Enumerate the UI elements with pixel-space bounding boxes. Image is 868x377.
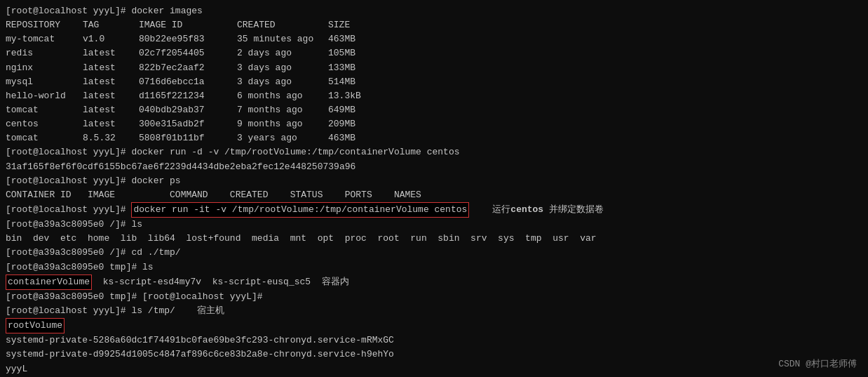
prompt: [root@localhost yyyL]# bbox=[6, 4, 131, 18]
table-row: tomcat8.5.325808f01b11bf3 years ago463MB bbox=[6, 131, 862, 145]
annotation-text: 运行centos 并绑定数据卷 bbox=[483, 203, 604, 217]
line-systemd-2: systemd-private-d99254d1005c4847af896c6c… bbox=[6, 348, 862, 362]
cmd: docker run -d -v /tmp/rootVolume:/tmp/co… bbox=[131, 145, 459, 159]
line-docker-run-d: [root@localhost yyyL]# docker run -d -v … bbox=[6, 145, 862, 159]
outer-prompt: [root@localhost yyyL]# bbox=[142, 290, 263, 304]
tag: latest bbox=[83, 117, 139, 131]
prompt: [root@localhost yyyL]# bbox=[6, 145, 131, 159]
prompt: [root@localhost yyyL]# bbox=[6, 304, 131, 318]
line-ls-tmp: [root@a39a3c8095e0 tmp]# ls bbox=[6, 260, 862, 275]
image-id: 040bdb29ab37 bbox=[139, 103, 237, 117]
prompt: [root@a39a3c8095e0 /]# bbox=[6, 218, 131, 232]
highlighted-cmd: docker run -it -v /tmp/rootVolume:/tmp/c… bbox=[131, 202, 469, 218]
size: 514MB bbox=[328, 75, 355, 89]
table-row: centoslatest300e315adb2f9 months ago209M… bbox=[6, 117, 862, 131]
prompt: [root@localhost yyyL]# bbox=[6, 203, 131, 217]
inner-prompt: [root@a39a3c8095e0 tmp]# bbox=[6, 290, 142, 304]
repo: mysql bbox=[6, 75, 83, 89]
col-header-tag: TAG bbox=[83, 18, 139, 32]
yyyl-text: yyyL bbox=[6, 362, 27, 376]
size: 649MB bbox=[328, 103, 355, 117]
container-hash: 31af165f8ef6f0cdf6155bc67ae6f2239d4434db… bbox=[6, 160, 355, 174]
prompt: [root@localhost yyyL]# bbox=[6, 174, 131, 188]
tag: v1.0 bbox=[83, 32, 139, 46]
size: 209MB bbox=[328, 117, 355, 131]
ps-header: CONTAINER ID IMAGE COMMAND CREATED STATU… bbox=[6, 188, 862, 202]
line-ls-output: bin dev etc home lib lib64 lost+found me… bbox=[6, 232, 862, 246]
repo: centos bbox=[6, 117, 83, 131]
line-ls-root: [root@a39a3c8095e0 /]# ls bbox=[6, 218, 862, 232]
created: 9 months ago bbox=[237, 117, 328, 131]
container-volume-highlighted: containerVolume bbox=[6, 275, 92, 290]
col-header-repo: REPOSITORY bbox=[6, 18, 83, 32]
created: 2 days ago bbox=[237, 46, 328, 60]
table-header: REPOSITORYTAGIMAGE IDCREATEDSIZE bbox=[6, 18, 862, 32]
image-id: 0716d6ebcc1a bbox=[139, 75, 237, 89]
systemd-line-1: systemd-private-5286a60dc1f74491bc0fae69… bbox=[6, 333, 394, 348]
tag: latest bbox=[83, 89, 139, 103]
created: 7 months ago bbox=[237, 103, 328, 117]
size: 13.3kB bbox=[328, 89, 361, 103]
watermark: CSDN @村口老师傅 bbox=[778, 357, 857, 370]
cmd: ls bbox=[131, 218, 142, 232]
col-header-created: CREATED bbox=[237, 18, 328, 32]
repo: hello-world bbox=[6, 89, 83, 103]
size: 463MB bbox=[328, 32, 355, 46]
tag: latest bbox=[83, 103, 139, 117]
image-id: 822b7ec2aaf2 bbox=[139, 61, 237, 75]
cmd: cd ./tmp/ bbox=[131, 246, 180, 260]
cmd: ls bbox=[142, 260, 154, 275]
image-id: 300e315adb2f bbox=[139, 117, 237, 131]
systemd-line-2: systemd-private-d99254d1005c4847af896c6c… bbox=[6, 348, 394, 362]
line-docker-ps: [root@localhost yyyL]# docker ps bbox=[6, 174, 862, 188]
tag: latest bbox=[83, 61, 139, 75]
tag: latest bbox=[83, 46, 139, 60]
image-id: 80b22ee95f83 bbox=[139, 32, 237, 46]
created: 3 years ago bbox=[237, 131, 328, 145]
watermark-text: CSDN @村口老师傅 bbox=[778, 359, 857, 369]
size: 463MB bbox=[328, 131, 355, 145]
repo: redis bbox=[6, 46, 83, 60]
root-volume-highlighted: rootVolume bbox=[6, 318, 65, 333]
ls-rest: ks-script-esd4my7v ks-script-eusq_sc5 容器… bbox=[92, 275, 349, 289]
table-row: nginxlatest822b7ec2aaf23 days ago133MB bbox=[6, 61, 862, 75]
prompt: [root@a39a3c8095e0 /]# bbox=[6, 246, 131, 260]
created: 6 months ago bbox=[237, 89, 328, 103]
ls-output: bin dev etc home lib lib64 lost+found me… bbox=[6, 232, 597, 246]
repo: tomcat bbox=[6, 103, 83, 117]
line-yyyl: yyyL bbox=[6, 362, 862, 376]
repo: my-tomcat bbox=[6, 32, 83, 46]
table-row: tomcatlatest040bdb29ab377 months ago649M… bbox=[6, 103, 862, 117]
image-id: 5808f01b11bf bbox=[139, 131, 237, 145]
size: 105MB bbox=[328, 46, 355, 60]
tag: latest bbox=[83, 75, 139, 89]
image-id: d1165f221234 bbox=[139, 89, 237, 103]
table-row: redislatest02c7f20544052 days ago105MB bbox=[6, 46, 862, 60]
created: 35 minutes ago bbox=[237, 32, 328, 46]
line-mixed-prompts: [root@a39a3c8095e0 tmp]# [root@localhost… bbox=[6, 290, 862, 304]
line-docker-run-it: [root@localhost yyyL]# docker run -it -v… bbox=[6, 202, 862, 218]
line-root-volume: rootVolume bbox=[6, 318, 862, 333]
repo: nginx bbox=[6, 61, 83, 75]
tag: 8.5.32 bbox=[83, 131, 139, 145]
line-cd-tmp: [root@a39a3c8095e0 /]# cd ./tmp/ bbox=[6, 246, 862, 260]
ps-header-text: CONTAINER ID IMAGE COMMAND CREATED STATU… bbox=[6, 188, 421, 202]
col-header-size: SIZE bbox=[328, 18, 350, 32]
table-row: my-tomcatv1.080b22ee95f8335 minutes ago4… bbox=[6, 32, 862, 46]
repo: tomcat bbox=[6, 131, 83, 145]
line-container-id: 31af165f8ef6f0cdf6155bc67ae6f2239d4434db… bbox=[6, 160, 862, 174]
size: 133MB bbox=[328, 61, 355, 75]
line-container-volume: containerVolume ks-script-esd4my7v ks-sc… bbox=[6, 275, 862, 290]
prompt: [root@a39a3c8095e0 tmp]# bbox=[6, 260, 142, 275]
cmd: docker ps bbox=[131, 174, 180, 188]
line-ls-host-tmp: [root@localhost yyyL]# ls /tmp/ 宿主机 bbox=[6, 304, 862, 318]
col-header-id: IMAGE ID bbox=[139, 18, 237, 32]
terminal-window: [root@localhost yyyL]# docker images REP… bbox=[0, 0, 868, 377]
table-row: mysqllatest0716d6ebcc1a3 days ago514MB bbox=[6, 75, 862, 89]
created: 3 days ago bbox=[237, 61, 328, 75]
line-systemd-1: systemd-private-5286a60dc1f74491bc0fae69… bbox=[6, 333, 862, 348]
cmd: docker images bbox=[131, 4, 202, 18]
table-row: hello-worldlatestd1165f2212346 months ag… bbox=[6, 89, 862, 103]
image-id: 02c7f2054405 bbox=[139, 46, 237, 60]
created: 3 days ago bbox=[237, 75, 328, 89]
